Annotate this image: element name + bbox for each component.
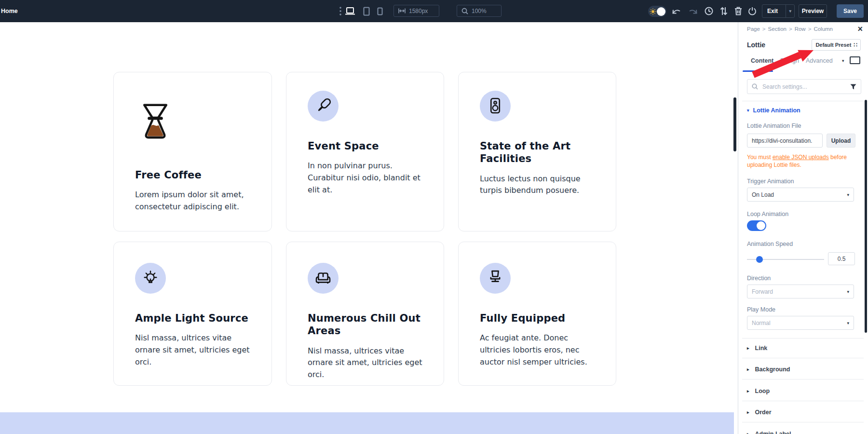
tab-design[interactable]: Design [780, 57, 799, 64]
active-tab-underline [743, 70, 773, 72]
file-label: Lottie Animation File [747, 122, 801, 129]
json-upload-warning: You must enable JSON uploads before uplo… [747, 154, 857, 169]
section-collapsed-caret-icon: ▸ [747, 432, 749, 434]
section-loop[interactable]: ▸ Loop [747, 388, 770, 394]
feature-card-fully-equipped[interactable]: Fully Equipped Ac feugiat ante. Donec ul… [458, 242, 616, 386]
trigger-animation-select[interactable]: On Load ▾ [747, 188, 854, 202]
phone-view-icon[interactable] [374, 0, 386, 22]
direction-select[interactable]: Forward ▾ [747, 285, 854, 298]
breadcrumb-page[interactable]: Page [747, 26, 760, 32]
toggle-knob [657, 7, 665, 16]
sofa-icon [308, 263, 339, 294]
paddle-icon [308, 91, 339, 122]
direction-label: Direction [747, 275, 771, 282]
section-lottie-animation[interactable]: ▾ Lottie Animation [747, 107, 800, 114]
divider [742, 379, 864, 380]
preview-frame-icon[interactable] [850, 56, 860, 64]
section-collapsed-caret-icon: ▸ [747, 389, 749, 393]
section-collapsed-caret-icon: ▸ [747, 367, 749, 372]
card-title: State of the Art Facilities [480, 140, 595, 165]
enable-json-uploads-link[interactable]: enable JSON uploads [773, 154, 829, 161]
exit-dropdown-caret[interactable]: ▾ [786, 5, 794, 17]
panel-scrollbar[interactable] [865, 100, 867, 333]
breadcrumb-column[interactable]: Column [814, 26, 833, 32]
page-title: Home [1, 0, 18, 22]
preview-button[interactable]: Preview [799, 4, 827, 18]
history-clock-icon[interactable] [703, 0, 715, 22]
feature-card-light-source[interactable]: Ample Light Source Nisl massa, ultrices … [113, 242, 272, 386]
zoom-magnifier-icon [461, 8, 468, 14]
card-body: In non pulvinar purus. Curabitur nisi od… [308, 160, 422, 196]
section-expanded-caret-icon: ▾ [747, 108, 749, 113]
tab-options-caret-icon[interactable]: ▾ [842, 58, 844, 63]
section-link[interactable]: ▸ Link [747, 345, 767, 352]
trash-icon[interactable] [732, 0, 744, 22]
feature-card-event-space[interactable]: Event Space In non pulvinar purus. Curab… [286, 72, 444, 231]
loop-animation-toggle[interactable] [747, 220, 766, 231]
desk-chair-icon [480, 263, 511, 294]
speaker-icon [480, 91, 511, 122]
divider [742, 422, 864, 422]
tab-content[interactable]: Content [751, 57, 773, 64]
section-admin-label[interactable]: ▸ Admin Label [747, 431, 791, 434]
panel-drag-handle[interactable] [733, 97, 736, 151]
section-collapsed-caret-icon: ▸ [747, 346, 749, 351]
chevron-down-icon: ▾ [847, 192, 849, 197]
chevron-down-icon: ▾ [847, 321, 849, 326]
preset-icon: ∷ [854, 41, 857, 48]
width-arrows-icon [398, 8, 406, 14]
toggle-knob [757, 221, 765, 230]
card-body: Ac feugiat ante. Donec ultricies loborti… [480, 332, 595, 368]
default-preset-button[interactable]: Default Preset ∷ [812, 39, 861, 51]
card-body: Nisl massa, ultrices vitae ornare sit am… [308, 345, 422, 381]
feature-card-free-coffee[interactable]: Free Coffee Lorem ipsum dolor sit amet, … [113, 72, 272, 231]
card-title: Fully Equipped [480, 312, 595, 325]
card-body: Lorem ipsum dolor sit amet, consectetur … [135, 189, 250, 213]
exit-button[interactable]: Exit ▾ [762, 4, 795, 18]
lottie-file-input[interactable] [747, 134, 823, 148]
undo-icon[interactable] [671, 0, 682, 22]
redo-icon[interactable] [687, 0, 699, 22]
slider-handle[interactable] [756, 256, 763, 263]
trigger-label: Trigger Animation [747, 178, 794, 185]
canvas-width-input[interactable]: 1580px [393, 5, 439, 17]
card-body: Luctus lectus non quisque turpis bibendu… [480, 173, 595, 197]
upload-button[interactable]: Upload [827, 134, 855, 148]
breadcrumb-section[interactable]: Section [768, 26, 787, 32]
section-collapsed-caret-icon: ▸ [747, 410, 749, 415]
tab-advanced[interactable]: Advanced [806, 57, 833, 64]
tablet-view-icon[interactable] [361, 0, 372, 22]
breadcrumb-row[interactable]: Row [795, 26, 806, 32]
card-title: Event Space [308, 140, 422, 152]
save-button[interactable]: Save [837, 4, 864, 18]
sun-icon [650, 8, 656, 15]
speed-value-input[interactable] [828, 252, 855, 265]
page-canvas: Free Coffee Lorem ipsum dolor sit amet, … [0, 22, 738, 434]
divider [742, 338, 864, 339]
builder-mode-toggle[interactable] [648, 6, 666, 17]
section-order[interactable]: ▸ Order [747, 409, 772, 416]
close-icon[interactable]: × [857, 24, 863, 34]
card-title: Ample Light Source [135, 312, 250, 325]
desktop-view-icon[interactable] [344, 0, 356, 22]
sort-arrows-icon[interactable] [718, 0, 730, 22]
next-section-band [0, 412, 734, 434]
card-title: Free Coffee [135, 169, 250, 181]
feature-card-chill-out[interactable]: Numerous Chill Out Areas Nisl massa, ult… [286, 242, 444, 386]
settings-search[interactable] [747, 79, 861, 94]
loop-label: Loop Animation [747, 211, 788, 217]
card-title: Numerous Chill Out Areas [308, 312, 422, 338]
chevron-down-icon: ▾ [847, 289, 849, 294]
play-mode-select[interactable]: Normal ▾ [747, 316, 854, 330]
divider [742, 401, 864, 401]
canvas-zoom-input[interactable]: 100% [457, 5, 502, 17]
module-title: Lottie [747, 41, 765, 49]
search-icon [752, 83, 758, 90]
section-background[interactable]: ▸ Background [747, 366, 790, 373]
builder-toolbar: Home 1580px 100% [0, 0, 868, 22]
filter-funnel-icon[interactable] [850, 84, 856, 90]
divider [742, 358, 864, 358]
feature-card-facilities[interactable]: State of the Art Facilities Luctus lectu… [458, 72, 616, 231]
power-icon[interactable] [746, 0, 758, 22]
search-input[interactable] [761, 83, 847, 91]
